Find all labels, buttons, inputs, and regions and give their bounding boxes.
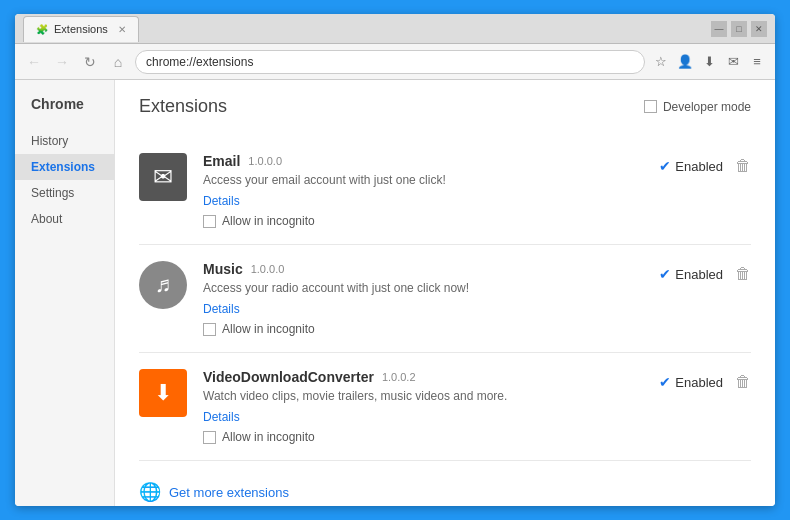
email-ext-version: 1.0.0.0: [248, 155, 282, 167]
video-incognito-label: Allow in incognito: [222, 430, 315, 444]
browser-window: 🧩 Extensions ✕ — □ ✕ ← → ↻ ⌂ ☆ 👤 ⬇ ✉ ≡ C…: [15, 14, 775, 506]
music-enabled-toggle[interactable]: ✔ Enabled: [659, 266, 723, 282]
tab-label: Extensions: [54, 23, 108, 35]
email-ext-desc: Access your email account with just one …: [203, 173, 643, 187]
video-extension-info: VideoDownloadConverter 1.0.0.2 Watch vid…: [203, 369, 643, 444]
get-more-link[interactable]: Get more extensions: [169, 485, 289, 500]
email-enabled-check: ✔: [659, 158, 671, 174]
email-incognito[interactable]: Allow in incognito: [203, 214, 643, 228]
video-ext-version: 1.0.0.2: [382, 371, 416, 383]
music-ext-name: Music: [203, 261, 243, 277]
developer-mode-toggle[interactable]: Developer mode: [644, 100, 751, 114]
email-name-row: Email 1.0.0.0: [203, 153, 643, 169]
sidebar: Chrome History Extensions Settings About: [15, 80, 115, 506]
music-enabled-label: Enabled: [675, 267, 723, 282]
video-enabled-label: Enabled: [675, 375, 723, 390]
titlebar: 🧩 Extensions ✕ — □ ✕: [15, 14, 775, 44]
maximize-button[interactable]: □: [731, 21, 747, 37]
page-header: Extensions Developer mode: [139, 96, 751, 117]
forward-button[interactable]: →: [51, 51, 73, 73]
content-area: Chrome History Extensions Settings About…: [15, 80, 775, 506]
video-name-row: VideoDownloadConverter 1.0.0.2: [203, 369, 643, 385]
music-details-link[interactable]: Details: [203, 302, 240, 316]
email-ext-controls: ✔ Enabled 🗑: [643, 153, 751, 175]
email-details-link[interactable]: Details: [203, 194, 240, 208]
window-controls: — □ ✕: [711, 21, 767, 37]
video-ext-desc: Watch video clips, movie trailers, music…: [203, 389, 643, 403]
video-enabled-toggle[interactable]: ✔ Enabled: [659, 374, 723, 390]
sidebar-brand: Chrome: [15, 96, 114, 128]
music-extension-info: Music 1.0.0.0 Access your radio account …: [203, 261, 643, 336]
back-button[interactable]: ←: [23, 51, 45, 73]
video-extension-icon: ⬇: [139, 369, 187, 417]
music-incognito-checkbox[interactable]: [203, 323, 216, 336]
email-ext-name: Email: [203, 153, 240, 169]
sidebar-item-extensions[interactable]: Extensions: [15, 154, 114, 180]
sidebar-item-about[interactable]: About: [15, 206, 114, 232]
extension-item-music: ♬ Music 1.0.0.0 Access your radio accoun…: [139, 245, 751, 353]
email-extension-icon: ✉: [139, 153, 187, 201]
star-icon[interactable]: ☆: [651, 52, 671, 72]
music-ext-version: 1.0.0.0: [251, 263, 285, 275]
email-extension-info: Email 1.0.0.0 Access your email account …: [203, 153, 643, 228]
music-incognito-label: Allow in incognito: [222, 322, 315, 336]
email-incognito-checkbox[interactable]: [203, 215, 216, 228]
music-delete-button[interactable]: 🗑: [735, 265, 751, 283]
video-incognito[interactable]: Allow in incognito: [203, 430, 643, 444]
addressbar: ← → ↻ ⌂ ☆ 👤 ⬇ ✉ ≡: [15, 44, 775, 80]
video-delete-button[interactable]: 🗑: [735, 373, 751, 391]
tab-close-button[interactable]: ✕: [118, 24, 126, 35]
developer-mode-label: Developer mode: [663, 100, 751, 114]
home-button[interactable]: ⌂: [107, 51, 129, 73]
music-extension-icon: ♬: [139, 261, 187, 309]
video-incognito-checkbox[interactable]: [203, 431, 216, 444]
music-ext-controls: ✔ Enabled 🗑: [643, 261, 751, 283]
sidebar-item-history[interactable]: History: [15, 128, 114, 154]
toolbar-right: ☆ 👤 ⬇ ✉ ≡: [651, 52, 767, 72]
menu-icon[interactable]: ≡: [747, 52, 767, 72]
email-enabled-label: Enabled: [675, 159, 723, 174]
extension-item-video: ⬇ VideoDownloadConverter 1.0.0.2 Watch v…: [139, 353, 751, 461]
page-title: Extensions: [139, 96, 227, 117]
main-panel: Extensions Developer mode ✉ Email 1.0.0.…: [115, 80, 775, 506]
extension-item-email: ✉ Email 1.0.0.0 Access your email accoun…: [139, 137, 751, 245]
address-input[interactable]: [135, 50, 645, 74]
browser-tab[interactable]: 🧩 Extensions ✕: [23, 16, 139, 42]
video-ext-name: VideoDownloadConverter: [203, 369, 374, 385]
minimize-button[interactable]: —: [711, 21, 727, 37]
download-icon[interactable]: ⬇: [699, 52, 719, 72]
music-name-row: Music 1.0.0.0: [203, 261, 643, 277]
account-icon[interactable]: 👤: [675, 52, 695, 72]
video-ext-controls: ✔ Enabled 🗑: [643, 369, 751, 391]
video-details-link[interactable]: Details: [203, 410, 240, 424]
video-enabled-check: ✔: [659, 374, 671, 390]
email-delete-button[interactable]: 🗑: [735, 157, 751, 175]
close-button[interactable]: ✕: [751, 21, 767, 37]
sidebar-item-settings[interactable]: Settings: [15, 180, 114, 206]
get-more-icon: 🌐: [139, 481, 161, 503]
developer-mode-checkbox[interactable]: [644, 100, 657, 113]
email-incognito-label: Allow in incognito: [222, 214, 315, 228]
mail-icon[interactable]: ✉: [723, 52, 743, 72]
email-enabled-toggle[interactable]: ✔ Enabled: [659, 158, 723, 174]
get-more-extensions[interactable]: 🌐 Get more extensions: [139, 461, 751, 506]
music-enabled-check: ✔: [659, 266, 671, 282]
refresh-button[interactable]: ↻: [79, 51, 101, 73]
music-ext-desc: Access your radio account with just one …: [203, 281, 643, 295]
tab-favicon: 🧩: [36, 24, 48, 35]
music-incognito[interactable]: Allow in incognito: [203, 322, 643, 336]
